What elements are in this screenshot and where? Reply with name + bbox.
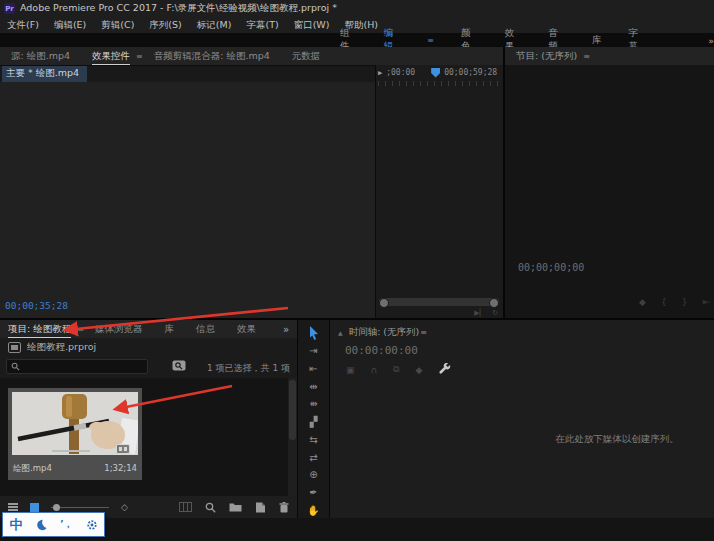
tab-media-browser[interactable]: 媒体浏览器 xyxy=(84,323,154,336)
selection-arrow-icon xyxy=(308,326,319,340)
menu-clip[interactable]: 剪辑(C) xyxy=(101,19,134,32)
ruler-start-time: ;00:00 xyxy=(386,68,415,77)
ime-settings-gear-icon[interactable] xyxy=(86,519,98,531)
add-marker-icon[interactable]: ◆ xyxy=(639,297,646,307)
workspace-tab-libraries[interactable]: 库 xyxy=(592,34,602,47)
mark-in-icon[interactable]: { xyxy=(661,297,667,307)
workspace-overflow-icon[interactable]: » xyxy=(708,35,714,46)
ime-chinese-mode-button[interactable]: 中 xyxy=(9,516,22,534)
ime-toolbar[interactable]: 中 ’， xyxy=(2,512,105,537)
active-clip-label[interactable]: 主要 * 绘图.mp4 xyxy=(2,66,87,82)
play-in-out-icon[interactable]: ▶▏ xyxy=(474,309,485,317)
menu-window[interactable]: 窗口(W) xyxy=(294,19,330,32)
hand-tool[interactable]: ✋ xyxy=(298,502,329,518)
workspace-menu-icon[interactable]: ≡ xyxy=(427,36,434,45)
tab-libraries[interactable]: 库 xyxy=(153,323,185,336)
search-input[interactable] xyxy=(23,362,133,372)
tab-program-monitor[interactable]: 节目: (无序列) xyxy=(505,50,588,63)
sort-icons-button[interactable]: ◇ xyxy=(121,502,128,512)
tab-metadata[interactable]: 元数据 xyxy=(281,50,332,63)
tab-audio-clip-mixer[interactable]: 音频剪辑混合器: 绘图.mp4 xyxy=(143,50,281,63)
clip-duration: 1;32;14 xyxy=(104,463,137,475)
panel-overflow-icon[interactable]: » xyxy=(283,324,289,335)
new-bin-button[interactable] xyxy=(229,502,242,512)
panel-menu-icon[interactable]: ≡ xyxy=(136,52,143,61)
thumbnail-zoom-slider[interactable] xyxy=(51,503,109,512)
panel-collapse-icon[interactable]: ▲ xyxy=(338,329,343,336)
track-select-forward-tool[interactable]: ⇥ xyxy=(298,343,329,359)
project-search-row: 1 项已选择，共 1 项 xyxy=(0,356,297,378)
razor-tool[interactable]: ▞ xyxy=(298,414,329,430)
effect-controls-timeline-zone: ▶ ;00:00 00;00;59;28 ▶▏ ↻ xyxy=(375,65,503,318)
window-title: Adobe Premiere Pro CC 2017 - F:\录屏文件\经验视… xyxy=(20,2,337,15)
program-transport-controls: ◆ { } ⇤ xyxy=(639,297,710,307)
search-box[interactable] xyxy=(6,359,148,374)
new-item-button[interactable] xyxy=(255,502,266,513)
ime-fullwidth-moon-icon[interactable] xyxy=(35,519,47,531)
project-file-name: 绘图教程.prproj xyxy=(27,341,96,354)
project-panel: 项目: 绘图教程 ≡ 媒体浏览器 库 信息 效果 » 绘图教程.prproj 1… xyxy=(0,320,297,518)
effect-controls-panel: 源: 绘图.mp4 效果控件 ≡ 音频剪辑混合器: 绘图.mp4 元数据 主要 … xyxy=(0,47,503,318)
menu-file[interactable]: 文件(F) xyxy=(7,19,39,32)
project-panel-tabs: 项目: 绘图教程 ≡ 媒体浏览器 库 信息 效果 » xyxy=(0,320,297,338)
ripple-edit-tool[interactable]: ⇤ xyxy=(298,360,329,376)
clip-card-selected[interactable]: 绘图.mp4 1;32;14 xyxy=(8,388,142,480)
go-to-in-icon[interactable]: ⇤ xyxy=(702,297,710,307)
loop-icon[interactable]: ↻ xyxy=(492,309,498,317)
panel-menu-icon[interactable]: ≡ xyxy=(583,52,590,61)
ime-punctuation-icon[interactable]: ’， xyxy=(60,518,72,531)
timeline-toolbar: ▣ ∩ ⧉ ◆ xyxy=(346,363,451,376)
tab-effects[interactable]: 效果 xyxy=(226,323,267,336)
program-timecode[interactable]: 00;00;00;00 xyxy=(518,262,584,273)
nest-sequence-icon[interactable]: ▣ xyxy=(346,365,355,375)
project-file-icon xyxy=(8,342,21,353)
panel-menu-icon[interactable]: ≡ xyxy=(77,325,84,334)
horizontal-zoom-scrollbar[interactable] xyxy=(379,298,499,306)
clear-trash-button[interactable] xyxy=(279,502,289,513)
clip-duration-label: 00;00;59;28 xyxy=(444,68,497,77)
source-current-timecode[interactable]: 00;00;35;28 xyxy=(5,300,68,311)
timeline-timecode[interactable]: 00:00:00:00 xyxy=(345,344,418,357)
rolling-edit-tool[interactable]: ⇹ xyxy=(298,378,329,394)
rate-stretch-tool[interactable]: ⇻ xyxy=(298,396,329,412)
automate-to-sequence-icon xyxy=(179,502,192,512)
mark-out-icon[interactable]: } xyxy=(682,297,688,307)
tab-source-monitor[interactable]: 源: 绘图.mp4 xyxy=(0,50,81,63)
project-vertical-scrollbar[interactable] xyxy=(288,378,297,496)
find-button[interactable] xyxy=(205,502,216,513)
clip-name[interactable]: 绘图.mp4 xyxy=(13,463,52,475)
panel-menu-icon[interactable]: ≡ xyxy=(420,328,427,337)
menu-sequence[interactable]: 序列(S) xyxy=(149,19,181,32)
clip-thumbnail-image[interactable] xyxy=(12,392,138,455)
list-view-button[interactable] xyxy=(8,503,18,511)
project-file-row[interactable]: 绘图教程.prproj xyxy=(0,338,297,356)
slide-tool[interactable]: ⇄ xyxy=(298,449,329,465)
linked-selection-icon[interactable]: ⧉ xyxy=(393,364,399,375)
tools-panel: ⇥ ⇤ ⇹ ⇻ ▞ ⇆ ⇄ ⊕ ✒ ✋ xyxy=(297,320,330,518)
add-marker-icon[interactable]: ◆ xyxy=(416,365,423,375)
timeline-settings-wrench-icon[interactable] xyxy=(438,363,451,376)
snap-icon[interactable]: ∩ xyxy=(371,365,378,375)
menu-titles[interactable]: 字幕(T) xyxy=(246,19,278,32)
tab-effect-controls[interactable]: 效果控件 xyxy=(81,50,141,63)
program-monitor-panel: 节目: (无序列) ≡ 00;00;00;00 ◆ { } ⇤ xyxy=(505,47,714,318)
project-bin-area[interactable]: 绘图.mp4 1;32;14 xyxy=(0,378,288,496)
find-in-bin-icon[interactable] xyxy=(172,360,186,371)
premiere-window: Pr Adobe Premiere Pro CC 2017 - F:\录屏文件\… xyxy=(0,0,714,541)
selection-tool[interactable] xyxy=(298,325,329,341)
status-bar xyxy=(0,518,714,541)
play-icon[interactable]: ▶ xyxy=(378,69,382,77)
tab-project[interactable]: 项目: 绘图教程 xyxy=(0,323,82,336)
pen-tool[interactable]: ✒ xyxy=(298,485,329,501)
timeline-panel: ▲ 时间轴: (无序列) ≡ 00:00:00:00 ▣ ∩ ⧉ ◆ 在此处放下… xyxy=(330,320,714,518)
playhead-marker-icon[interactable] xyxy=(431,68,440,78)
timeline-drop-hint: 在此处放下媒体以创建序列。 xyxy=(520,390,714,488)
slip-tool[interactable]: ⇆ xyxy=(298,431,329,447)
menu-markers[interactable]: 标记(M) xyxy=(197,19,232,32)
zoom-tool[interactable]: ⊕ xyxy=(298,467,329,483)
timeline-title[interactable]: 时间轴: (无序列) xyxy=(349,326,420,339)
icon-view-button[interactable] xyxy=(30,503,39,512)
menu-edit[interactable]: 编辑(E) xyxy=(54,19,86,32)
time-ruler[interactable] xyxy=(378,81,501,86)
tab-info[interactable]: 信息 xyxy=(185,323,226,336)
